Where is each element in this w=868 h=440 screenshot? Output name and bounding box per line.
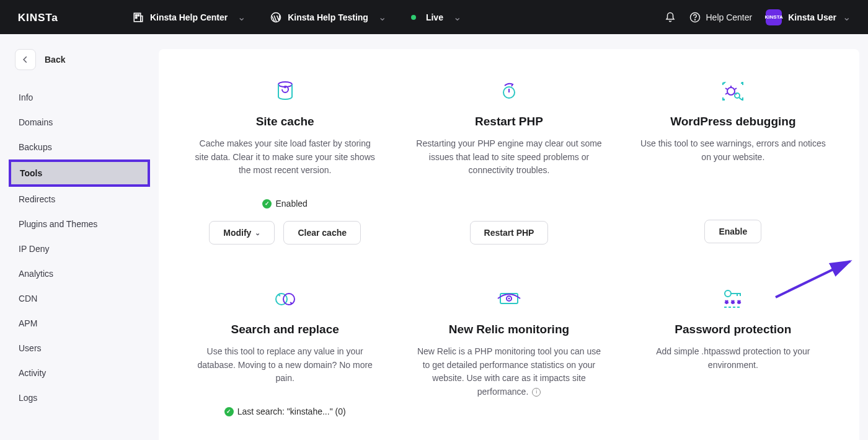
arrow-left-icon — [21, 55, 30, 64]
check-circle-icon — [262, 199, 272, 209]
environment-selector[interactable]: Live ⌄ — [405, 7, 467, 27]
sidebar-item-plugins-themes[interactable]: Plugins and Themes — [0, 212, 159, 236]
card-password-protection: Password protection Add simple .htpasswd… — [631, 287, 836, 429]
environment-label: Live — [426, 12, 443, 22]
tools-panel: Site cache Cache makes your site load fa… — [159, 49, 859, 440]
card-desc: Use this tool to see warnings, errors an… — [640, 137, 826, 164]
chevron-down-icon: ⌄ — [255, 229, 260, 237]
help-center-link[interactable]: Help Center — [689, 12, 752, 23]
chevron-down-icon: ⌄ — [378, 11, 386, 23]
back-button[interactable] — [15, 49, 36, 70]
card-title: Site cache — [256, 115, 314, 128]
enable-button[interactable]: Enable — [704, 220, 761, 243]
card-restart-php: Restart PHP Restarting your PHP engine m… — [406, 79, 611, 245]
card-desc: Cache makes your site load faster by sto… — [192, 137, 378, 177]
chevron-down-icon: ⌄ — [453, 11, 461, 23]
info-icon[interactable]: i — [532, 388, 541, 397]
svg-text:KINSTa: KINSTa — [18, 11, 58, 23]
restart-php-button[interactable]: Restart PHP — [470, 221, 549, 245]
building-icon — [133, 12, 144, 23]
key-password-icon — [722, 287, 744, 312]
svg-point-17 — [508, 298, 510, 300]
card-title: Search and replace — [231, 323, 339, 336]
card-new-relic: New Relic monitoring New Relic is a PHP … — [406, 287, 611, 429]
status-label: Last search: "kinstahe..." (0) — [237, 406, 346, 416]
wordpress-icon — [270, 12, 281, 23]
svg-rect-3 — [138, 14, 139, 16]
card-desc: Restarting your PHP engine may clear out… — [416, 137, 602, 177]
bell-icon — [665, 12, 676, 23]
help-center-label: Help Center — [706, 12, 752, 22]
notifications-button[interactable] — [665, 12, 676, 23]
card-title: Password protection — [675, 323, 791, 336]
help-icon — [689, 12, 701, 23]
enabled-status: Enabled — [262, 199, 307, 209]
status-label: Enabled — [275, 199, 307, 209]
check-circle-icon — [224, 407, 234, 416]
card-desc: Add simple .htpasswd protection to your … — [640, 345, 826, 372]
app-selector-label: Kinsta Help Testing — [288, 12, 368, 22]
card-desc: Use this tool to replace any value in yo… — [192, 345, 378, 385]
back-label: Back — [45, 55, 65, 65]
svg-point-8 — [695, 19, 696, 20]
sidebar-item-redirects[interactable]: Redirects — [0, 187, 159, 212]
sidebar-item-activity[interactable]: Activity — [0, 361, 159, 385]
chevron-down-icon: ⌄ — [843, 11, 851, 23]
sidebar: Back Info Domains Backups Tools Redirect… — [0, 34, 159, 440]
live-dot-icon — [411, 15, 416, 20]
last-search-status: Last search: "kinstahe..." (0) — [224, 406, 346, 416]
svg-point-18 — [725, 290, 731, 297]
user-menu[interactable]: KINSTA Kinsta User ⌄ — [766, 9, 851, 25]
svg-rect-4 — [136, 17, 137, 18]
chevron-down-icon: ⌄ — [237, 11, 246, 23]
clear-cache-button[interactable]: Clear cache — [283, 221, 361, 245]
sidebar-item-tools-label: Tools — [9, 159, 150, 187]
sidebar-item-info[interactable]: Info — [0, 85, 159, 110]
swap-icon — [274, 287, 296, 312]
user-name-label: Kinsta User — [788, 12, 836, 22]
card-search-replace: Search and replace Use this tool to repl… — [182, 287, 388, 429]
nav-list: Info Domains Backups Tools Redirects Plu… — [0, 85, 159, 410]
svg-point-12 — [735, 93, 740, 98]
sidebar-item-users[interactable]: Users — [0, 336, 159, 361]
app-selector[interactable]: Kinsta Help Testing ⌄ — [264, 7, 392, 27]
site-selector[interactable]: Kinsta Help Center ⌄ — [126, 7, 252, 27]
svg-point-14 — [283, 294, 294, 305]
card-title: WordPress debugging — [670, 115, 795, 128]
bug-scan-icon — [722, 79, 743, 104]
modify-label: Modify — [223, 228, 251, 238]
modify-button[interactable]: Modify ⌄ — [209, 221, 275, 245]
sidebar-item-logs[interactable]: Logs — [0, 385, 159, 410]
sidebar-item-apm[interactable]: APM — [0, 311, 159, 336]
kinsta-logo[interactable]: KINSTa — [17, 11, 77, 24]
card-wp-debugging: WordPress debugging Use this tool to see… — [631, 79, 836, 245]
sidebar-item-backups[interactable]: Backups — [0, 135, 159, 159]
card-title: New Relic monitoring — [449, 323, 569, 336]
sidebar-item-domains[interactable]: Domains — [0, 110, 159, 135]
restart-icon — [499, 79, 519, 104]
svg-point-11 — [727, 88, 735, 95]
topbar: KINSTa Kinsta Help Center ⌄ Kinsta Help … — [0, 0, 868, 34]
sidebar-item-ip-deny[interactable]: IP Deny — [0, 236, 159, 261]
sidebar-item-cdn[interactable]: CDN — [0, 286, 159, 311]
svg-rect-5 — [141, 16, 143, 21]
eye-monitor-icon — [497, 287, 521, 312]
sidebar-item-analytics[interactable]: Analytics — [0, 261, 159, 286]
avatar: KINSTA — [766, 9, 782, 25]
sidebar-item-tools[interactable]: Tools — [0, 159, 159, 187]
database-refresh-icon — [276, 79, 294, 104]
card-desc: New Relic is a PHP monitoring tool you c… — [416, 345, 602, 399]
card-title: Restart PHP — [475, 115, 543, 128]
svg-rect-2 — [136, 14, 137, 16]
card-site-cache: Site cache Cache makes your site load fa… — [182, 79, 388, 245]
site-selector-label: Kinsta Help Center — [150, 12, 228, 22]
